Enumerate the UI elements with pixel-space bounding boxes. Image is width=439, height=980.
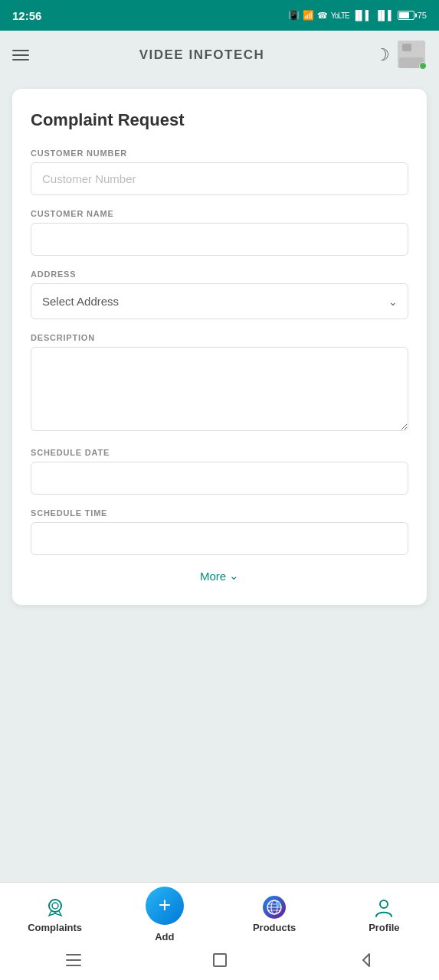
customer-number-input[interactable] bbox=[31, 162, 408, 195]
vibrate-icon: 📳 bbox=[288, 10, 300, 21]
complaints-nav-label: Complaints bbox=[28, 922, 82, 933]
description-label: DESCRIPTION bbox=[31, 333, 408, 342]
customer-number-group: CUSTOMER NUMBER bbox=[31, 149, 408, 195]
more-label: More bbox=[200, 570, 226, 583]
system-menu-button[interactable] bbox=[63, 949, 84, 971]
svg-rect-17 bbox=[66, 959, 81, 961]
bottom-nav: Complaints + Add Products bbox=[0, 882, 439, 943]
products-icon bbox=[263, 896, 286, 919]
schedule-date-group: SCHEDULE DATE 27/07/2024 bbox=[31, 448, 408, 495]
hamburger-line-1 bbox=[12, 50, 29, 51]
battery-percent: 75 bbox=[418, 11, 427, 20]
add-button-circle[interactable]: + bbox=[146, 887, 184, 925]
signal-bars-1: ▐▌▌ bbox=[352, 10, 372, 21]
svg-point-3 bbox=[49, 900, 61, 912]
schedule-time-label: SCHEDULE TIME bbox=[31, 508, 408, 518]
globe-icon bbox=[263, 896, 286, 919]
system-menu-icon bbox=[66, 954, 81, 966]
plus-icon: + bbox=[159, 894, 171, 916]
lte-icon: YoLTE bbox=[331, 11, 349, 20]
svg-rect-19 bbox=[214, 954, 226, 966]
status-time: 12:56 bbox=[12, 9, 41, 22]
customer-name-input[interactable] bbox=[31, 223, 408, 256]
svg-point-14 bbox=[276, 902, 280, 906]
system-back-button[interactable] bbox=[355, 949, 377, 971]
svg-point-15 bbox=[380, 900, 388, 908]
avatar-container[interactable] bbox=[398, 41, 427, 70]
address-select[interactable]: Select Address bbox=[31, 283, 408, 319]
form-title: Complaint Request bbox=[31, 110, 408, 130]
svg-marker-20 bbox=[363, 954, 369, 966]
address-label: ADDRESS bbox=[31, 270, 408, 279]
schedule-time-group: SCHEDULE TIME bbox=[31, 508, 408, 555]
profile-nav-label: Profile bbox=[369, 922, 399, 933]
schedule-date-label: SCHEDULE DATE bbox=[31, 448, 408, 457]
profile-svg-icon bbox=[373, 897, 395, 918]
schedule-date-input[interactable]: 27/07/2024 bbox=[31, 462, 408, 495]
main-content: Complaint Request CUSTOMER NUMBER CUSTOM… bbox=[0, 80, 439, 882]
description-group: DESCRIPTION bbox=[31, 333, 408, 434]
complaints-icon bbox=[44, 896, 67, 919]
customer-name-label: CUSTOMER NAME bbox=[31, 209, 408, 218]
nav-item-profile[interactable]: Profile bbox=[329, 896, 439, 933]
address-group: ADDRESS Select Address ⌄ bbox=[31, 270, 408, 319]
chevron-down-more-icon: ⌄ bbox=[229, 569, 239, 583]
customer-name-group: CUSTOMER NAME bbox=[31, 209, 408, 256]
status-bar: 12:56 📳 📶 ☎ YoLTE ▐▌▌ ▐▌▌ 75 bbox=[0, 0, 439, 31]
more-section: More ⌄ bbox=[31, 569, 408, 583]
nav-item-complaints[interactable]: Complaints bbox=[0, 896, 110, 933]
app-title: VIDEE INFOTECH bbox=[139, 47, 265, 63]
battery-icon bbox=[398, 11, 414, 20]
schedule-time-input[interactable] bbox=[31, 522, 408, 555]
battery-fill bbox=[399, 12, 410, 18]
svg-point-4 bbox=[52, 903, 58, 909]
more-link[interactable]: More ⌄ bbox=[200, 569, 239, 583]
system-nav-bar bbox=[0, 943, 439, 980]
status-icons: 📳 📶 ☎ YoLTE ▐▌▌ ▐▌▌ 75 bbox=[288, 10, 427, 21]
hamburger-line-3 bbox=[12, 59, 29, 60]
system-back-icon bbox=[359, 952, 374, 968]
complaints-svg-icon bbox=[44, 896, 67, 919]
hamburger-line-2 bbox=[12, 54, 29, 56]
svg-rect-16 bbox=[66, 954, 81, 956]
profile-icon bbox=[372, 896, 395, 919]
svg-rect-18 bbox=[66, 965, 81, 966]
globe-svg-icon bbox=[266, 899, 283, 916]
call-icon: ☎ bbox=[317, 11, 328, 21]
nav-item-add[interactable]: + Add bbox=[110, 887, 219, 942]
wifi-icon: 📶 bbox=[303, 10, 314, 21]
app-bar-right: ☽ bbox=[375, 41, 427, 70]
hamburger-menu[interactable] bbox=[12, 50, 29, 60]
description-textarea[interactable] bbox=[31, 347, 408, 431]
complaint-form-card: Complaint Request CUSTOMER NUMBER CUSTOM… bbox=[12, 89, 427, 605]
signal-bars-2: ▐▌▌ bbox=[375, 10, 395, 21]
add-nav-label: Add bbox=[155, 931, 174, 942]
app-bar: VIDEE INFOTECH ☽ bbox=[0, 31, 439, 80]
customer-number-label: CUSTOMER NUMBER bbox=[31, 149, 408, 158]
svg-rect-1 bbox=[402, 44, 411, 51]
dark-mode-icon[interactable]: ☽ bbox=[375, 45, 390, 65]
system-home-icon bbox=[212, 952, 228, 968]
online-indicator bbox=[419, 62, 427, 70]
address-select-wrapper: Select Address ⌄ bbox=[31, 283, 408, 319]
products-nav-label: Products bbox=[253, 922, 296, 933]
system-home-button[interactable] bbox=[209, 949, 231, 971]
nav-item-products[interactable]: Products bbox=[220, 896, 329, 933]
